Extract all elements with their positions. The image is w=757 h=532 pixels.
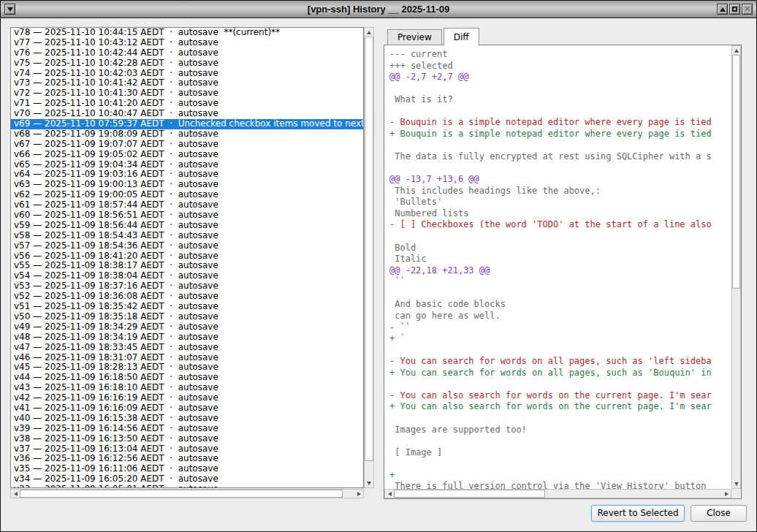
list-item[interactable]: v54 — 2025-11-09 18:38:04 AEDT · autosav… [11, 271, 363, 281]
list-item[interactable]: v76 — 2025-11-10 10:42:44 AEDT · autosav… [11, 48, 363, 58]
list-item[interactable]: v75 — 2025-11-10 10:42:28 AEDT · autosav… [11, 58, 363, 69]
list-item[interactable]: v55 — 2025-11-09 18:38:17 AEDT · autosav… [11, 261, 363, 271]
list-item[interactable]: v65 — 2025-11-09 19:04:34 AEDT · autosav… [11, 160, 363, 170]
tab-preview[interactable]: Preview [387, 29, 442, 45]
scroll-up-button[interactable] [732, 46, 740, 55]
version-list[interactable]: v78 — 2025-11-10 10:44:15 AEDT · autosav… [10, 27, 364, 488]
diff-line [389, 163, 731, 175]
list-item[interactable]: v68 — 2025-11-09 19:08:09 AEDT · autosav… [11, 129, 363, 140]
list-item[interactable]: v63 — 2025-11-09 19:00:13 AEDT · autosav… [11, 180, 363, 190]
list-item[interactable]: v57 — 2025-11-09 18:54:36 AEDT · autosav… [11, 241, 363, 251]
scroll-down-button[interactable] [365, 479, 373, 487]
scroll-up-button[interactable] [365, 28, 373, 37]
scroll-track[interactable] [20, 490, 354, 498]
list-item[interactable]: v45 — 2025-11-09 18:28:13 AEDT · autosav… [11, 362, 363, 373]
list-item[interactable]: v37 — 2025-11-09 16:13:04 AEDT · autosav… [11, 444, 363, 455]
list-item[interactable]: v41 — 2025-11-09 16:16:09 AEDT · autosav… [11, 403, 363, 414]
diff-line: - Bouquin is a simple notepad editor whe… [389, 117, 731, 129]
left-arrow-icon [14, 492, 18, 496]
scrollbar-corner [731, 489, 741, 498]
close-window-button[interactable]: ✕ [742, 4, 753, 15]
list-item[interactable]: v78 — 2025-11-10 10:44:15 AEDT · autosav… [11, 28, 363, 38]
list-item[interactable]: v51 — 2025-11-09 18:35:42 AEDT · autosav… [11, 302, 363, 312]
scroll-down-button[interactable] [732, 479, 740, 488]
list-item[interactable]: v58 — 2025-11-09 18:54:43 AEDT · autosav… [11, 231, 363, 241]
list-item[interactable]: v69 — 2025-11-10 07:59:37 AEDT · Uncheck… [11, 119, 363, 129]
list-item[interactable]: v61 — 2025-11-09 18:57:44 AEDT · autosav… [11, 200, 363, 210]
scroll-left-button[interactable] [11, 490, 20, 498]
list-item[interactable]: v60 — 2025-11-09 18:56:51 AEDT · autosav… [11, 210, 363, 221]
scroll-right-button[interactable] [354, 490, 363, 498]
diff-line [389, 436, 731, 447]
list-item[interactable]: v53 — 2025-11-09 18:37:16 AEDT · autosav… [11, 281, 363, 292]
diff-line: The data is fully encrypted at rest usin… [389, 151, 731, 163]
close-icon: ✕ [744, 5, 750, 13]
list-item[interactable]: v38 — 2025-11-09 16:13:50 AEDT · autosav… [11, 434, 363, 444]
scroll-thumb[interactable] [394, 490, 545, 498]
list-item[interactable]: v56 — 2025-11-09 18:41:20 AEDT · autosav… [11, 251, 363, 262]
list-item[interactable]: v47 — 2025-11-09 18:33:45 AEDT · autosav… [11, 343, 363, 353]
list-item[interactable]: v77 — 2025-11-10 10:43:12 AEDT · autosav… [11, 38, 363, 48]
diff-line [389, 345, 731, 357]
diff-line: - You can also search for words on the c… [389, 390, 731, 402]
list-item[interactable]: v66 — 2025-11-09 19:05:02 AEDT · autosav… [11, 150, 363, 160]
diff-line: And basic code blocks [389, 299, 731, 311]
list-item[interactable]: v71 — 2025-11-10 10:41:20 AEDT · autosav… [11, 99, 363, 109]
list-horizontal-scrollbar[interactable] [10, 489, 364, 498]
list-item[interactable]: v70 — 2025-11-10 10:40:47 AEDT · autosav… [11, 109, 363, 119]
list-item[interactable]: v35 — 2025-11-09 16:11:06 AEDT · autosav… [11, 464, 363, 474]
scroll-left-button[interactable] [385, 490, 394, 498]
list-item[interactable]: v42 — 2025-11-09 16:16:19 AEDT · autosav… [11, 393, 363, 403]
list-item[interactable]: v50 — 2025-11-09 18:35:18 AEDT · autosav… [11, 312, 363, 322]
scroll-track[interactable] [365, 37, 373, 479]
diff-line: [ Image ] [389, 447, 731, 459]
list-item[interactable]: v33 — 2025-11-09 16:05:01 AEDT · autosav… [11, 484, 363, 488]
diff-line: can go here as well. [389, 311, 731, 322]
diff-horizontal-scrollbar[interactable] [384, 489, 731, 498]
window-menu-button[interactable] [4, 4, 15, 15]
diff-line: + You can also search for words on the c… [389, 401, 731, 413]
list-item[interactable]: v46 — 2025-11-09 18:31:07 AEDT · autosav… [11, 353, 363, 363]
scroll-track[interactable] [394, 490, 722, 498]
diff-vertical-scrollbar[interactable] [731, 45, 741, 489]
list-item[interactable]: v39 — 2025-11-09 16:14:56 AEDT · autosav… [11, 424, 363, 434]
list-item[interactable]: v48 — 2025-11-09 18:34:19 AEDT · autosav… [11, 332, 363, 343]
list-item[interactable]: v74 — 2025-11-10 10:42:03 AEDT · autosav… [11, 69, 363, 79]
diff-line [389, 140, 731, 152]
revert-to-selected-button[interactable]: Revert to Selected [591, 505, 685, 522]
shade-button[interactable] [717, 4, 728, 15]
list-vertical-scrollbar[interactable] [364, 27, 374, 488]
list-item[interactable]: v43 — 2025-11-09 16:18:10 AEDT · autosav… [11, 383, 363, 393]
list-item[interactable]: v36 — 2025-11-09 16:12:56 AEDT · autosav… [11, 454, 363, 464]
list-item[interactable]: v73 — 2025-11-10 10:41:42 AEDT · autosav… [11, 78, 363, 88]
diff-line [389, 413, 731, 425]
left-arrow-icon [388, 492, 392, 496]
list-item[interactable]: v34 — 2025-11-09 16:05:20 AEDT · autosav… [11, 474, 363, 484]
diff-line: +++ selected [389, 61, 731, 72]
scroll-thumb[interactable] [365, 37, 373, 461]
list-item[interactable]: v52 — 2025-11-09 18:36:08 AEDT · autosav… [11, 292, 363, 302]
diff-line: + ` [389, 333, 731, 345]
scroll-track[interactable] [732, 55, 740, 479]
diff-line: 'Bullets' [389, 197, 731, 208]
tab-diff[interactable]: Diff [444, 28, 479, 46]
diff-line: `` [389, 276, 731, 288]
list-item[interactable]: v64 — 2025-11-09 19:03:16 AEDT · autosav… [11, 170, 363, 180]
list-item[interactable]: v62 — 2025-11-09 19:00:05 AEDT · autosav… [11, 190, 363, 200]
diff-line [389, 83, 731, 95]
list-item[interactable]: v59 — 2025-11-09 18:56:44 AEDT · autosav… [11, 221, 363, 231]
scroll-thumb[interactable] [732, 55, 740, 289]
scroll-thumb[interactable] [20, 490, 343, 498]
list-item[interactable]: v44 — 2025-11-09 16:18:50 AEDT · autosav… [11, 373, 363, 383]
list-item[interactable]: v72 — 2025-11-10 10:41:30 AEDT · autosav… [11, 88, 363, 99]
diff-line: Bold [389, 243, 731, 254]
diff-line: @@ -13,7 +13,6 @@ [389, 174, 731, 186]
scroll-right-button[interactable] [722, 490, 731, 498]
diff-text[interactable]: --- current+++ selected@@ -2,7 +2,7 @@ W… [384, 45, 731, 489]
maximize-button[interactable] [729, 4, 740, 15]
close-button[interactable]: Close [691, 505, 747, 522]
diff-line: Images are supported too! [389, 425, 731, 436]
list-item[interactable]: v67 — 2025-11-09 19:07:07 AEDT · autosav… [11, 140, 363, 150]
list-item[interactable]: v49 — 2025-11-09 18:34:29 AEDT · autosav… [11, 322, 363, 332]
list-item[interactable]: v40 — 2025-11-09 16:15:38 AEDT · autosav… [11, 414, 363, 424]
